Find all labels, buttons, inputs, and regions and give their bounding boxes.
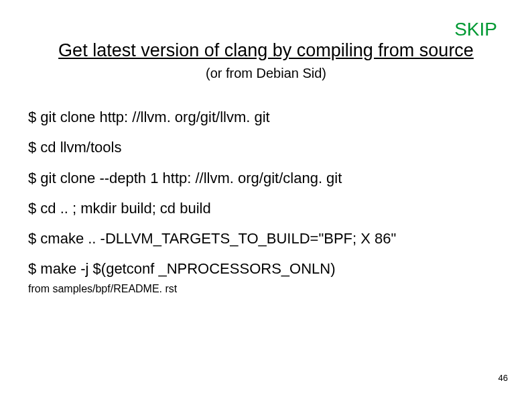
slide-title: Get latest version of clang by compiling… xyxy=(0,40,532,61)
command-line: $ git clone --depth 1 http: //llvm. org/… xyxy=(28,170,504,186)
page-number: 46 xyxy=(498,373,508,383)
slide-subtitle: (or from Debian Sid) xyxy=(0,66,532,81)
skip-label: SKIP xyxy=(454,19,497,40)
command-line: $ git clone http: //llvm. org/git/llvm. … xyxy=(28,109,504,125)
command-line: $ make -j $(getconf _NPROCESSORS_ONLN) xyxy=(28,260,504,277)
footnote: from samples/bpf/README. rst xyxy=(28,283,177,295)
command-list: $ git clone http: //llvm. org/git/llvm. … xyxy=(28,109,504,291)
command-line: $ cmake .. -DLLVM_TARGETS_TO_BUILD="BPF;… xyxy=(28,230,504,247)
command-line: $ cd llvm/tools xyxy=(28,139,504,156)
command-line: $ cd .. ; mkdir build; cd build xyxy=(28,200,504,217)
